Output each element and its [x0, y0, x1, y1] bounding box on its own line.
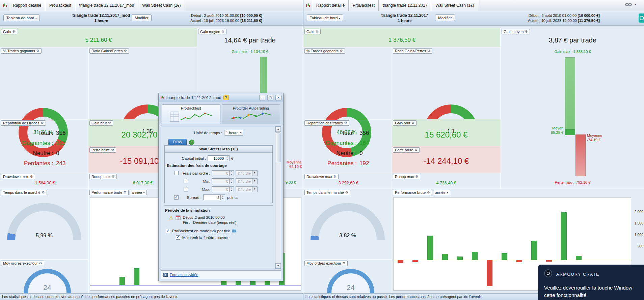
- fees-checkbox[interactable]: [174, 171, 179, 175]
- drawdown-chip: Drawdown max⚙: [1, 174, 35, 179]
- scroll-down-button[interactable]: ▼: [275, 263, 281, 269]
- wrench-icon[interactable]: ⚙: [39, 262, 42, 265]
- modify-button[interactable]: Modifier: [435, 14, 455, 21]
- tab-strategy[interactable]: triangle trade 12.11.2017: [379, 0, 432, 11]
- wrench-icon[interactable]: ⚙: [42, 191, 45, 194]
- scroll-up-button[interactable]: ▲: [275, 126, 281, 132]
- pct-gagnants-value: 31,74 %: [19, 108, 68, 157]
- unit-select[interactable]: 1 heure▾: [224, 130, 243, 136]
- zero-line: [394, 260, 631, 260]
- wrench-icon[interactable]: ⚙: [316, 30, 319, 33]
- wrench-icon[interactable]: ⚙: [427, 191, 430, 194]
- tick-checkbox[interactable]: [166, 229, 170, 233]
- modify-button[interactable]: Modifier: [132, 14, 152, 21]
- tab-instrument[interactable]: Wall Street Cash (1€): [138, 0, 185, 11]
- fees-stepper[interactable]: ▲▼: [230, 170, 234, 176]
- capital-input[interactable]: [208, 155, 225, 161]
- fees-input[interactable]: [212, 170, 230, 176]
- calendar-icon[interactable]: [176, 215, 181, 220]
- side-panel-badge[interactable]: [639, 13, 644, 23]
- tab-probacktest[interactable]: ProBacktest: [349, 0, 379, 11]
- performance-period-dropdown[interactable]: année▾: [130, 190, 147, 195]
- dashboard-dropdown[interactable]: Tableau de bord ▾: [3, 14, 40, 21]
- max-stepper[interactable]: ▲▼: [230, 186, 234, 192]
- repartition-label: Répartition des trades: [3, 121, 39, 125]
- wrench-icon[interactable]: ⚙: [108, 121, 111, 125]
- y-axis-label: 1 500: [632, 221, 643, 225]
- wrench-icon[interactable]: ⚙: [344, 121, 347, 125]
- gain-label: Gain: [306, 30, 314, 34]
- max-input[interactable]: [212, 186, 230, 192]
- scrollbar[interactable]: ▲ ▼: [275, 126, 281, 269]
- perte-bar: [575, 134, 586, 176]
- add-market-button[interactable]: +: [189, 140, 194, 145]
- wrench-icon[interactable]: ⚙: [415, 175, 418, 178]
- tab-strategy[interactable]: triangle trade 12.11.2017_mod: [75, 0, 138, 11]
- wrench-icon[interactable]: ⚙: [414, 148, 418, 152]
- minimize-button[interactable]: –: [259, 95, 265, 100]
- moyen-labels: Moyen 95,25 €: [533, 126, 563, 135]
- spread-stepper[interactable]: ▲▼: [221, 194, 225, 200]
- wrench-icon[interactable]: ⚙: [111, 148, 114, 152]
- wrench-icon[interactable]: ⚙: [12, 30, 15, 33]
- min-stepper[interactable]: ▲▼: [230, 178, 234, 184]
- wrench-icon[interactable]: ⚙: [340, 49, 343, 53]
- wrench-icon[interactable]: ⚙: [333, 175, 337, 178]
- help-icon[interactable]: ?: [223, 95, 229, 100]
- market-tab-dow[interactable]: DOW: [168, 139, 187, 145]
- chart-bar: [576, 256, 582, 260]
- keep-open-checkbox[interactable]: [176, 235, 180, 240]
- fees-unit-select[interactable]: € / ordre▼: [236, 170, 258, 176]
- min-input[interactable]: [212, 178, 230, 184]
- gain-moyen-value: 3,87 € par trade: [501, 36, 644, 44]
- wrench-icon[interactable]: ⚙: [41, 121, 44, 125]
- tab-instrument[interactable]: Wall Street Cash (1€): [431, 0, 478, 11]
- wrench-icon[interactable]: ⚙: [427, 49, 430, 53]
- maximize-button[interactable]: ▢: [267, 95, 273, 100]
- spread-label: Spread :: [181, 196, 202, 200]
- wrench-icon[interactable]: ⚙: [112, 175, 115, 178]
- tab-label: Wall Street Cash (1€): [435, 3, 474, 8]
- wrench-icon[interactable]: ⚙: [525, 30, 528, 33]
- chevron-down-icon[interactable]: ▾: [635, 3, 636, 6]
- close-button[interactable]: ✕: [275, 95, 281, 100]
- tab-label: ProOrder AutoTrading: [223, 106, 279, 110]
- wrench-icon[interactable]: ⚙: [124, 49, 127, 53]
- wrench-icon[interactable]: ⚙: [36, 49, 39, 53]
- wrench-icon[interactable]: ⚙: [411, 121, 414, 125]
- video-trainings-link[interactable]: Formations vidéo: [170, 273, 198, 277]
- dashboard-dropdown[interactable]: Tableau de bord ▾: [307, 14, 343, 21]
- wrench-icon[interactable]: ⚙: [345, 191, 348, 194]
- min-unit-select[interactable]: € / ordre▼: [236, 178, 258, 184]
- chart-bar: [487, 260, 492, 286]
- spread-unit: points: [227, 196, 238, 200]
- tab-rapport-detaille[interactable]: Rapport détaillé: [9, 0, 45, 11]
- repartition-perdantes: Perdantes :243: [0, 158, 88, 169]
- tab-probacktest[interactable]: ProBacktest: [162, 104, 220, 124]
- wrench-icon[interactable]: ⚙: [343, 262, 346, 265]
- tab-proorder[interactable]: ProOrder AutoTrading: [222, 104, 280, 124]
- scroll-thumb[interactable]: [276, 132, 280, 162]
- tab-rapport-detaille[interactable]: Rapport détaillé: [312, 0, 349, 11]
- capital-stepper[interactable]: ▲▼: [225, 155, 230, 161]
- max-checkbox[interactable]: [184, 187, 188, 191]
- dialog-titlebar[interactable]: triangle trade 12.11.2017_mod ? – ▢ ✕: [159, 93, 283, 102]
- max-unit-select[interactable]: € / ordre▼: [236, 186, 258, 192]
- performance-period-dropdown[interactable]: année▾: [433, 190, 450, 195]
- spread-input[interactable]: [203, 194, 221, 200]
- tab-label: triangle trade 12.11.2017_mod: [79, 3, 134, 8]
- chevron-down-icon: ▼: [252, 171, 257, 176]
- temps-marche-label: Temps dans le marché: [3, 190, 41, 194]
- wrench-icon[interactable]: ⚙: [30, 175, 33, 178]
- gain-brut-chip: Gain brut⚙: [89, 120, 113, 126]
- tab-label: triangle trade 12.11.2017: [383, 3, 428, 8]
- period-end-label: Fin :: [183, 220, 190, 224]
- tab-probacktest[interactable]: ProBacktest: [45, 0, 75, 11]
- link-icon[interactable]: [625, 3, 632, 6]
- spread-checkbox[interactable]: [174, 195, 179, 200]
- min-checkbox[interactable]: [184, 179, 188, 183]
- right-header: Tableau de bord ▾ triangle trade 12.11.2…: [303, 11, 644, 26]
- wrench-icon[interactable]: ⚙: [221, 30, 224, 33]
- moy-ordres-widget: Moy ordres exec/jour⚙ 24: [303, 260, 392, 293]
- wrench-icon[interactable]: ⚙: [124, 191, 127, 194]
